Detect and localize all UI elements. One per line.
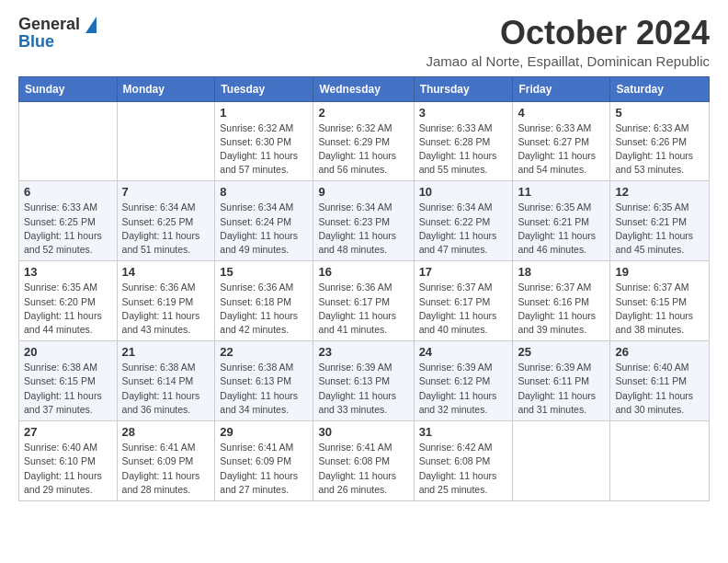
day-info: Sunrise: 6:34 AM Sunset: 6:24 PM Dayligh… [220, 201, 308, 257]
day-info: Sunrise: 6:36 AM Sunset: 6:18 PM Dayligh… [220, 281, 308, 337]
day-info: Sunrise: 6:39 AM Sunset: 6:13 PM Dayligh… [318, 361, 408, 417]
calendar-day-cell: 15Sunrise: 6:36 AM Sunset: 6:18 PM Dayli… [215, 261, 313, 341]
day-info: Sunrise: 6:34 AM Sunset: 6:22 PM Dayligh… [419, 201, 508, 257]
calendar-week-row: 6Sunrise: 6:33 AM Sunset: 6:25 PM Daylig… [19, 181, 710, 261]
calendar-week-row: 13Sunrise: 6:35 AM Sunset: 6:20 PM Dayli… [19, 261, 710, 341]
calendar-empty-cell [117, 101, 215, 181]
day-info: Sunrise: 6:32 AM Sunset: 6:30 PM Dayligh… [220, 121, 308, 178]
calendar-header-row: SundayMondayTuesdayWednesdayThursdayFrid… [19, 76, 710, 101]
calendar-day-cell: 22Sunrise: 6:38 AM Sunset: 6:13 PM Dayli… [215, 341, 313, 421]
logo-blue: Blue [18, 32, 54, 52]
day-number: 20 [24, 345, 112, 359]
calendar-empty-cell [610, 421, 710, 501]
calendar-day-cell: 18Sunrise: 6:37 AM Sunset: 6:16 PM Dayli… [513, 261, 610, 341]
day-info: Sunrise: 6:41 AM Sunset: 6:09 PM Dayligh… [122, 441, 210, 497]
day-info: Sunrise: 6:41 AM Sunset: 6:08 PM Dayligh… [318, 441, 408, 497]
day-number: 24 [419, 345, 508, 359]
calendar-day-cell: 13Sunrise: 6:35 AM Sunset: 6:20 PM Dayli… [19, 261, 118, 341]
calendar-day-cell: 3Sunrise: 6:33 AM Sunset: 6:28 PM Daylig… [414, 101, 513, 181]
day-number: 15 [220, 265, 308, 279]
calendar-week-row: 27Sunrise: 6:40 AM Sunset: 6:10 PM Dayli… [19, 421, 710, 501]
day-number: 11 [518, 185, 605, 199]
calendar-day-cell: 2Sunrise: 6:32 AM Sunset: 6:29 PM Daylig… [313, 101, 414, 181]
calendar-day-cell: 23Sunrise: 6:39 AM Sunset: 6:13 PM Dayli… [313, 341, 414, 421]
calendar-day-cell: 28Sunrise: 6:41 AM Sunset: 6:09 PM Dayli… [117, 421, 215, 501]
day-info: Sunrise: 6:40 AM Sunset: 6:11 PM Dayligh… [615, 361, 704, 417]
day-number: 21 [122, 345, 210, 359]
day-info: Sunrise: 6:33 AM Sunset: 6:25 PM Dayligh… [24, 201, 112, 257]
day-number: 25 [518, 345, 605, 359]
calendar-header-thursday: Thursday [414, 76, 513, 101]
day-number: 17 [419, 265, 508, 279]
day-number: 4 [518, 106, 605, 120]
day-number: 8 [220, 185, 308, 199]
calendar-day-cell: 1Sunrise: 6:32 AM Sunset: 6:30 PM Daylig… [215, 101, 313, 181]
calendar-day-cell: 17Sunrise: 6:37 AM Sunset: 6:17 PM Dayli… [414, 261, 513, 341]
day-info: Sunrise: 6:35 AM Sunset: 6:21 PM Dayligh… [518, 201, 605, 257]
calendar-day-cell: 25Sunrise: 6:39 AM Sunset: 6:11 PM Dayli… [513, 341, 610, 421]
day-info: Sunrise: 6:42 AM Sunset: 6:08 PM Dayligh… [419, 441, 508, 497]
day-info: Sunrise: 6:33 AM Sunset: 6:28 PM Dayligh… [419, 121, 508, 178]
day-number: 28 [122, 425, 210, 439]
logo-general: General [18, 15, 80, 34]
calendar-week-row: 20Sunrise: 6:38 AM Sunset: 6:15 PM Dayli… [19, 341, 710, 421]
calendar-empty-cell [513, 421, 610, 501]
day-number: 18 [518, 265, 605, 279]
day-number: 9 [318, 185, 408, 199]
day-number: 27 [24, 425, 112, 439]
day-info: Sunrise: 6:38 AM Sunset: 6:13 PM Dayligh… [220, 361, 308, 417]
calendar-day-cell: 12Sunrise: 6:35 AM Sunset: 6:21 PM Dayli… [610, 181, 710, 261]
day-number: 12 [615, 185, 704, 199]
calendar-day-cell: 19Sunrise: 6:37 AM Sunset: 6:15 PM Dayli… [610, 261, 710, 341]
day-number: 5 [615, 106, 704, 120]
calendar-day-cell: 27Sunrise: 6:40 AM Sunset: 6:10 PM Dayli… [19, 421, 118, 501]
calendar-day-cell: 6Sunrise: 6:33 AM Sunset: 6:25 PM Daylig… [19, 181, 118, 261]
calendar-day-cell: 29Sunrise: 6:41 AM Sunset: 6:09 PM Dayli… [215, 421, 313, 501]
calendar-day-cell: 30Sunrise: 6:41 AM Sunset: 6:08 PM Dayli… [313, 421, 414, 501]
day-number: 13 [24, 265, 112, 279]
day-info: Sunrise: 6:34 AM Sunset: 6:25 PM Dayligh… [122, 201, 210, 257]
calendar-day-cell: 24Sunrise: 6:39 AM Sunset: 6:12 PM Dayli… [414, 341, 513, 421]
day-number: 22 [220, 345, 308, 359]
calendar-day-cell: 31Sunrise: 6:42 AM Sunset: 6:08 PM Dayli… [414, 421, 513, 501]
logo-triangle-icon [85, 17, 97, 33]
page-header: General Blue October 2024 Jamao al Norte… [18, 15, 710, 69]
day-number: 30 [318, 425, 408, 439]
day-number: 14 [122, 265, 210, 279]
title-area: October 2024 Jamao al Norte, Espaillat, … [427, 15, 710, 69]
day-info: Sunrise: 6:36 AM Sunset: 6:19 PM Dayligh… [122, 281, 210, 337]
calendar-header-wednesday: Wednesday [313, 76, 414, 101]
location-subtitle: Jamao al Norte, Espaillat, Dominican Rep… [427, 53, 710, 69]
day-info: Sunrise: 6:33 AM Sunset: 6:26 PM Dayligh… [615, 121, 704, 178]
day-number: 29 [220, 425, 308, 439]
day-number: 10 [419, 185, 508, 199]
calendar-day-cell: 5Sunrise: 6:33 AM Sunset: 6:26 PM Daylig… [610, 101, 710, 181]
calendar-day-cell: 16Sunrise: 6:36 AM Sunset: 6:17 PM Dayli… [313, 261, 414, 341]
day-number: 23 [318, 345, 408, 359]
calendar-day-cell: 26Sunrise: 6:40 AM Sunset: 6:11 PM Dayli… [610, 341, 710, 421]
calendar-day-cell: 21Sunrise: 6:38 AM Sunset: 6:14 PM Dayli… [117, 341, 215, 421]
day-info: Sunrise: 6:32 AM Sunset: 6:29 PM Dayligh… [318, 121, 408, 178]
calendar-day-cell: 7Sunrise: 6:34 AM Sunset: 6:25 PM Daylig… [117, 181, 215, 261]
day-info: Sunrise: 6:39 AM Sunset: 6:12 PM Dayligh… [419, 361, 508, 417]
day-info: Sunrise: 6:41 AM Sunset: 6:09 PM Dayligh… [220, 441, 308, 497]
calendar-week-row: 1Sunrise: 6:32 AM Sunset: 6:30 PM Daylig… [19, 101, 710, 181]
day-number: 31 [419, 425, 508, 439]
day-info: Sunrise: 6:34 AM Sunset: 6:23 PM Dayligh… [318, 201, 408, 257]
calendar-header-monday: Monday [117, 76, 215, 101]
calendar-day-cell: 11Sunrise: 6:35 AM Sunset: 6:21 PM Dayli… [513, 181, 610, 261]
calendar-day-cell: 20Sunrise: 6:38 AM Sunset: 6:15 PM Dayli… [19, 341, 118, 421]
day-info: Sunrise: 6:35 AM Sunset: 6:20 PM Dayligh… [24, 281, 112, 337]
month-title: October 2024 [427, 15, 710, 52]
calendar-header-sunday: Sunday [19, 76, 118, 101]
day-number: 16 [318, 265, 408, 279]
calendar-header-tuesday: Tuesday [215, 76, 313, 101]
day-info: Sunrise: 6:39 AM Sunset: 6:11 PM Dayligh… [518, 361, 605, 417]
day-info: Sunrise: 6:37 AM Sunset: 6:15 PM Dayligh… [615, 281, 704, 337]
day-number: 3 [419, 106, 508, 120]
day-info: Sunrise: 6:33 AM Sunset: 6:27 PM Dayligh… [518, 121, 605, 178]
calendar-empty-cell [19, 101, 118, 181]
day-info: Sunrise: 6:37 AM Sunset: 6:16 PM Dayligh… [518, 281, 605, 337]
day-number: 2 [318, 106, 408, 120]
day-number: 19 [615, 265, 704, 279]
